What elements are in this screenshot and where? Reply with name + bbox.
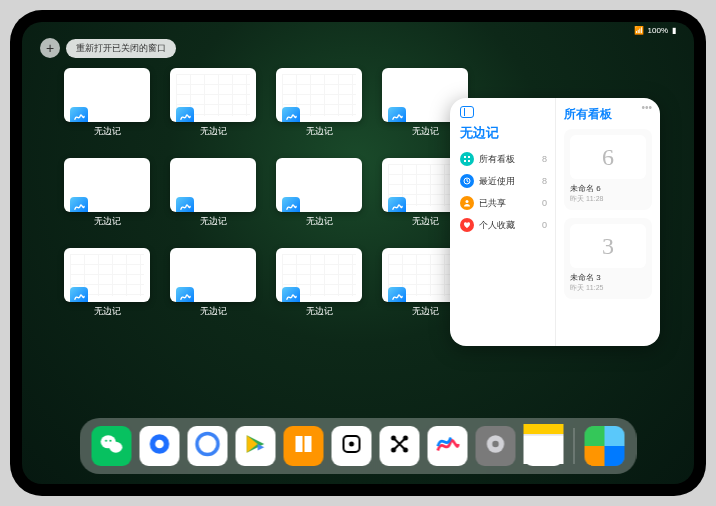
svg-rect-2 [464, 160, 466, 162]
freeform-app-icon [176, 107, 194, 122]
freeform-app-icon [282, 197, 300, 212]
svg-rect-3 [468, 160, 470, 162]
svg-point-20 [492, 440, 499, 447]
window-tile[interactable]: 无边记 [170, 248, 256, 320]
sidebar-item-label: 最近使用 [479, 175, 515, 188]
freeform-app-icon [388, 197, 406, 212]
window-thumbnail [64, 248, 150, 302]
sidebar-item-count: 8 [542, 176, 547, 186]
svg-point-14 [349, 441, 354, 446]
svg-rect-22 [524, 434, 564, 464]
wechat-icon [99, 431, 125, 462]
play-icon [243, 431, 269, 462]
freeform-app-icon [70, 107, 88, 122]
dock-app-library[interactable] [585, 426, 625, 466]
qq-icon [147, 431, 173, 462]
window-tile[interactable]: 无边记 [276, 158, 362, 230]
dock-books[interactable] [284, 426, 324, 466]
widget-content: ••• 所有看板 6未命名 6昨天 11:283未命名 3昨天 11:25 [556, 98, 660, 346]
svg-point-11 [155, 439, 164, 448]
window-label: 无边记 [94, 215, 121, 228]
window-label: 无边记 [200, 305, 227, 318]
sidebar-item-label: 所有看板 [479, 153, 515, 166]
dock-nodes[interactable] [380, 426, 420, 466]
sidebar-item-label: 个人收藏 [479, 219, 515, 232]
signal-icon: 📶 [634, 26, 644, 35]
sidebar-item-grid[interactable]: 所有看板8 [460, 148, 547, 170]
ipad-frame: 📶 100% ▮ + 重新打开已关闭的窗口 无边记无边记无边记无边记无边记无边记… [10, 10, 706, 496]
windows-grid: 无边记无边记无边记无边记无边记无边记无边记无边记无边记无边记无边记无边记 [64, 68, 468, 320]
sidebar-item-count: 0 [542, 198, 547, 208]
window-label: 无边记 [200, 215, 227, 228]
window-tile[interactable]: 无边记 [170, 68, 256, 140]
dock-play[interactable] [236, 426, 276, 466]
window-label: 无边记 [412, 305, 439, 318]
dock-settings[interactable] [476, 426, 516, 466]
board-card[interactable]: 3未命名 3昨天 11:25 [564, 218, 652, 299]
board-name: 未命名 6 [570, 183, 646, 194]
board-card[interactable]: 6未命名 6昨天 11:28 [564, 129, 652, 210]
window-label: 无边记 [94, 125, 121, 138]
svg-point-12 [197, 433, 218, 454]
heart-icon [460, 218, 474, 232]
window-label: 无边记 [412, 215, 439, 228]
people-icon [460, 196, 474, 210]
window-thumbnail [276, 68, 362, 122]
sidebar-item-count: 8 [542, 154, 547, 164]
svg-point-8 [105, 439, 107, 441]
dock-quark[interactable] [188, 426, 228, 466]
sidebar-item-label: 已共享 [479, 197, 506, 210]
freeform-app-icon [282, 107, 300, 122]
window-tile[interactable]: 无边记 [64, 68, 150, 140]
dock-notes[interactable] [524, 426, 564, 466]
svg-point-5 [466, 200, 469, 203]
board-preview: 6 [570, 135, 646, 179]
board-time: 昨天 11:28 [570, 194, 646, 204]
freeform-app-icon [282, 287, 300, 302]
dock-dice[interactable] [332, 426, 372, 466]
more-button[interactable]: ••• [641, 102, 652, 113]
quark-icon [194, 430, 222, 463]
sidebar-item-people[interactable]: 已共享0 [460, 192, 547, 214]
svg-rect-1 [468, 156, 470, 158]
notes-icon [524, 424, 564, 469]
window-tile[interactable]: 无边记 [170, 158, 256, 230]
svg-rect-21 [524, 424, 564, 434]
window-label: 无边记 [306, 125, 333, 138]
sidebar-item-heart[interactable]: 个人收藏0 [460, 214, 547, 236]
window-thumbnail [276, 248, 362, 302]
battery-icon: ▮ [672, 26, 676, 35]
nodes-icon [388, 432, 412, 461]
new-window-button[interactable]: + [40, 38, 60, 58]
freeform-widget: 无边记 所有看板8最近使用8已共享0个人收藏0 ••• 所有看板 6未命名 6昨… [450, 98, 660, 346]
freeform-app-icon [176, 287, 194, 302]
window-tile[interactable]: 无边记 [276, 248, 362, 320]
board-time: 昨天 11:25 [570, 283, 646, 293]
window-label: 无边记 [200, 125, 227, 138]
sidebar-item-count: 0 [542, 220, 547, 230]
svg-point-9 [109, 439, 111, 441]
screen: 📶 100% ▮ + 重新打开已关闭的窗口 无边记无边记无边记无边记无边记无边记… [22, 22, 694, 484]
dock-qq[interactable] [140, 426, 180, 466]
dock-separator [574, 428, 575, 464]
freeform-icon [435, 431, 461, 462]
widget-sidebar: 无边记 所有看板8最近使用8已共享0个人收藏0 [450, 98, 556, 346]
widget-title: 无边记 [460, 124, 547, 142]
board-name: 未命名 3 [570, 272, 646, 283]
reopen-closed-window-button[interactable]: 重新打开已关闭的窗口 [66, 39, 176, 58]
svg-rect-23 [524, 434, 564, 436]
books-icon [292, 432, 316, 461]
freeform-app-icon [70, 287, 88, 302]
freeform-app-icon [388, 287, 406, 302]
window-tile[interactable]: 无边记 [64, 158, 150, 230]
window-tile[interactable]: 无边记 [64, 248, 150, 320]
sidebar-icon [460, 106, 474, 118]
window-thumbnail [64, 68, 150, 122]
dock-freeform[interactable] [428, 426, 468, 466]
window-thumbnail [170, 248, 256, 302]
sidebar-item-clock[interactable]: 最近使用8 [460, 170, 547, 192]
window-tile[interactable]: 无边记 [276, 68, 362, 140]
dock-wechat[interactable] [92, 426, 132, 466]
window-label: 无边记 [306, 215, 333, 228]
top-controls: + 重新打开已关闭的窗口 [40, 38, 176, 58]
